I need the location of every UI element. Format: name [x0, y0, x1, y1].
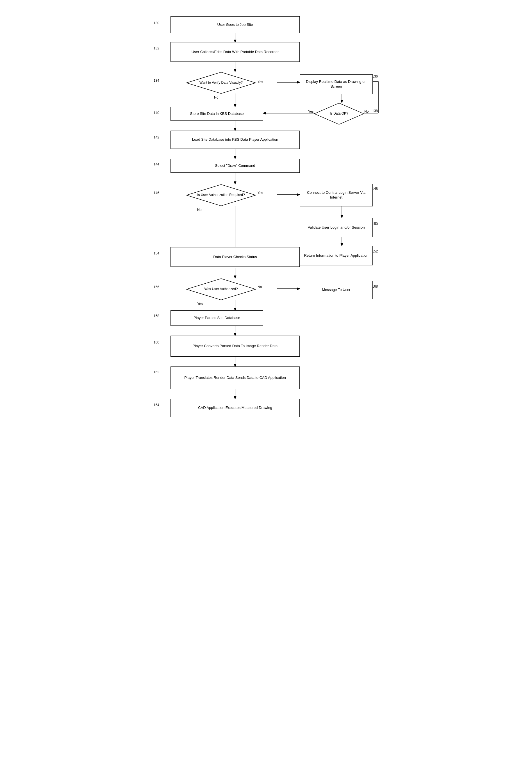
- diamond-134: Want to Verify Data Visually?: [186, 72, 256, 94]
- step-num-142: 142: [154, 135, 159, 139]
- step-num-132: 132: [154, 46, 159, 50]
- step-num-144: 144: [154, 162, 159, 166]
- step-num-140: 140: [154, 111, 159, 115]
- box-136: Display Realtime Data as Drawing on Scre…: [300, 74, 373, 94]
- step-num-164: 164: [154, 403, 159, 407]
- box-150: Validate User Login and/or Session: [300, 218, 373, 237]
- box-132: User Collects/Edits Data With Portable D…: [170, 42, 300, 62]
- step-num-130: 130: [154, 21, 159, 25]
- diamond-146: Is User Authorization Required?: [186, 184, 256, 206]
- label-156-no: No: [257, 285, 262, 289]
- label-146-no: No: [197, 208, 201, 212]
- step-num-150: 150: [372, 222, 378, 226]
- diamond-138: Is Data OK?: [314, 102, 364, 125]
- step-num-146: 146: [154, 191, 159, 195]
- step-num-154: 154: [154, 251, 159, 255]
- step-num-158: 158: [154, 314, 159, 318]
- step-num-162: 162: [154, 370, 159, 374]
- step-num-156: 156: [154, 285, 159, 289]
- label-138-no: No: [364, 110, 369, 114]
- step-num-138: 138: [372, 109, 378, 113]
- label-146-yes: Yes: [257, 191, 263, 195]
- label-156-yes: Yes: [197, 302, 203, 306]
- box-152: Return Information to Player Application: [300, 246, 373, 265]
- box-144: Select "Draw" Command: [170, 159, 300, 173]
- step-num-134: 134: [154, 79, 159, 83]
- step-num-168: 168: [372, 285, 378, 288]
- diamond-156: Was User Authorized?: [186, 278, 256, 300]
- step-num-152: 152: [372, 249, 378, 253]
- box-148: Connect to Central Login Server Via Inte…: [300, 184, 373, 206]
- box-160: Player Converts Parsed Data To Image Ren…: [170, 336, 300, 357]
- box-142: Load Site Database into KBS Data Player …: [170, 131, 300, 149]
- box-168: Message To User: [300, 281, 373, 299]
- step-num-136: 136: [372, 74, 378, 78]
- box-140: Store Site Data in KBS Database: [170, 107, 263, 121]
- box-130: User Goes to Job Site: [170, 16, 300, 33]
- label-134-no: No: [214, 95, 218, 99]
- flowchart-diagram: 130 User Goes to Job Site 132 User Colle…: [139, 6, 393, 764]
- box-158: Player Parses Site Database: [170, 310, 263, 326]
- label-134-yes: Yes: [257, 80, 263, 84]
- label-138-yes: Yes: [308, 110, 314, 114]
- step-num-160: 160: [154, 340, 159, 344]
- step-num-148: 148: [372, 187, 378, 191]
- box-164: CAD Application Executes Measured Drawin…: [170, 399, 300, 417]
- box-162: Player Translates Render Data Sends Data…: [170, 367, 300, 389]
- box-154: Data Player Checks Status: [170, 247, 300, 267]
